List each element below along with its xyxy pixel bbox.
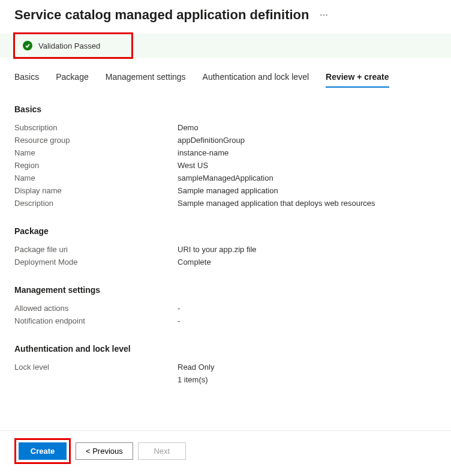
value-resource-group: appDefinitionGroup: [178, 136, 245, 145]
tab-package[interactable]: Package: [56, 72, 88, 88]
label-description: Description: [14, 199, 178, 208]
more-actions-button[interactable]: ⋯: [317, 9, 331, 21]
tab-basics[interactable]: Basics: [14, 72, 39, 88]
validation-text: Validation Passed: [38, 41, 100, 50]
label-package-file-uri: Package file uri: [14, 245, 178, 254]
label-items: [14, 375, 178, 384]
value-items: 1 item(s): [178, 375, 208, 384]
tab-management-settings[interactable]: Management settings: [106, 72, 186, 88]
footer-actions: Create < Previous Next: [0, 430, 451, 476]
section-heading-basics: Basics: [14, 104, 437, 114]
previous-button[interactable]: < Previous: [76, 442, 133, 460]
label-deployment-mode: Deployment Mode: [14, 258, 178, 267]
label-name-2: Name: [14, 173, 178, 182]
value-notification-endpoint: -: [178, 316, 180, 325]
section-management-settings: Management settings Allowed actions- Not…: [14, 285, 437, 327]
label-resource-group: Resource group: [14, 136, 178, 145]
check-circle-icon: [23, 41, 32, 50]
section-heading-management: Management settings: [14, 285, 437, 295]
value-name-2: sampleManagedApplication: [178, 173, 273, 182]
value-name: instance-name: [178, 148, 228, 157]
validation-banner: Validation Passed: [0, 34, 451, 58]
page-title: Service catalog managed application defi…: [14, 7, 309, 23]
label-notification-endpoint: Notification endpoint: [14, 316, 178, 325]
value-region: West US: [178, 161, 208, 170]
next-button: Next: [138, 442, 186, 460]
tabs: Basics Package Management settings Authe…: [0, 58, 451, 88]
label-allowed-actions: Allowed actions: [14, 304, 178, 313]
value-subscription: Demo: [178, 123, 199, 132]
value-allowed-actions: -: [178, 304, 180, 313]
value-lock-level: Read Only: [178, 363, 214, 372]
section-basics: Basics SubscriptionDemo Resource groupap…: [14, 104, 437, 209]
label-lock-level: Lock level: [14, 363, 178, 372]
section-authentication: Authentication and lock level Lock level…: [14, 344, 437, 386]
value-display-name: Sample managed application: [178, 186, 278, 195]
label-subscription: Subscription: [14, 123, 178, 132]
label-display-name: Display name: [14, 186, 178, 195]
value-package-file-uri: URI to your app.zip file: [178, 245, 257, 254]
tab-review-create[interactable]: Review + create: [326, 72, 389, 88]
tab-authentication[interactable]: Authentication and lock level: [203, 72, 309, 88]
section-package: Package Package file uriURI to your app.…: [14, 226, 437, 268]
section-heading-package: Package: [14, 226, 437, 236]
label-name: Name: [14, 148, 178, 157]
value-deployment-mode: Complete: [178, 258, 211, 267]
section-heading-authentication: Authentication and lock level: [14, 344, 437, 354]
highlight-box-create: Create: [14, 438, 71, 464]
value-description: Sample managed application that deploys …: [178, 199, 375, 208]
label-region: Region: [14, 161, 178, 170]
create-button[interactable]: Create: [19, 442, 67, 460]
